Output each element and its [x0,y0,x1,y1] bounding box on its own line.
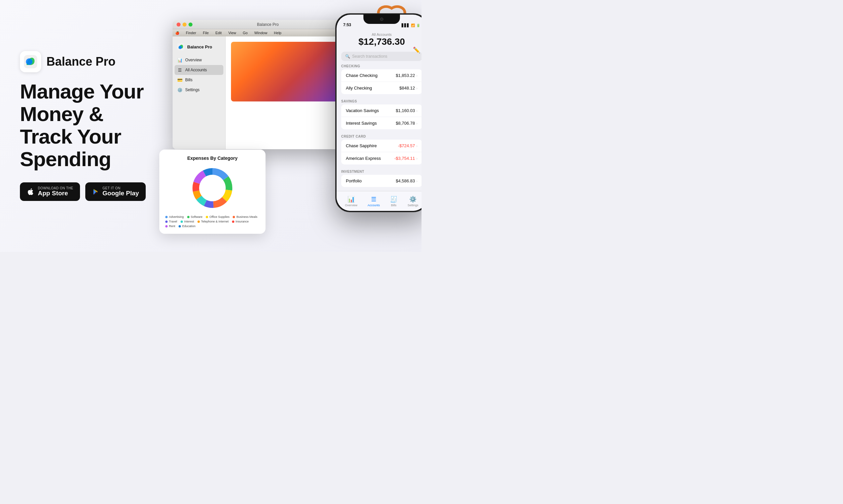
mac-sidebar: Balance Pro 📊 Overview ☰ All Accounts 💳 … [173,36,226,149]
mac-nav-overview-label: Overview [185,58,202,62]
legend-education: Education [178,224,195,228]
menu-help[interactable]: Help [274,31,281,35]
phone-header: All Accounts $12,736.30 [337,29,422,50]
apple-store-sub: Download on the [38,186,73,190]
phone-notch [363,15,400,24]
account-row-ally-checking[interactable]: Ally Checking $848.12 › [341,82,422,94]
account-row-amex[interactable]: American Express -$3,754.11 › [341,152,422,164]
settings-tab-label: Settings [408,203,418,207]
close-button[interactable] [176,22,180,26]
checking-group: Chase Checking $1,853.22 › Ally Checking… [341,69,422,94]
mac-nav-bills-label: Bills [185,77,192,82]
google-play-main: Google Play [103,190,139,197]
wifi-icon: 📶 [411,23,415,27]
mac-nav-settings[interactable]: ⚙️ Settings [173,85,225,95]
legend-insurance: Insurance [232,220,249,223]
chart-card: Expenses By Category [159,149,265,234]
account-row-interest-savings[interactable]: Interest Savings $8,706.78 › [341,117,422,129]
account-row-chase-checking[interactable]: Chase Checking $1,853.22 › [341,69,422,82]
search-icon: 🔍 [345,54,350,59]
google-play-button[interactable]: GET IT ON Google Play [85,182,146,201]
apple-menu[interactable]: 🍎 [175,31,179,35]
chart-legend: Advertising Software Office Supplies Bus… [165,215,260,228]
credit-card-group: Chase Sapphire -$724.57 › American Expre… [341,140,422,164]
fullscreen-button[interactable] [189,22,192,26]
legend-dot [178,225,181,228]
apple-store-text: Download on the App Store [38,186,73,197]
chase-sapphire-name: Chase Sapphire [346,143,377,148]
portfolio-amount: $4,586.83 › [396,178,417,183]
chevron-icon: › [416,109,417,113]
left-side: Balance Pro Manage Your Money & Track Yo… [0,31,159,221]
chase-checking-amount: $1,853.22 › [396,73,417,78]
bills-tab-icon: 🧾 [390,196,397,203]
brand-row: Balance Pro [20,51,146,72]
svg-point-26 [202,177,223,199]
svg-point-14 [178,46,182,49]
minimize-button[interactable] [183,22,187,26]
credit-card-section: CREDIT CARD Chase Sapphire -$724.57 › Am… [337,133,422,168]
tab-bills[interactable]: 🧾 Bills [390,196,397,207]
mac-nav-settings-label: Settings [185,88,200,92]
mac-content: Balance Pro 📊 Overview ☰ All Accounts 💳 … [173,36,345,149]
chase-checking-name: Chase Checking [346,73,377,78]
account-row-vacation-savings[interactable]: Vacation Savings $1,160.03 › [341,105,422,117]
vacation-savings-name: Vacation Savings [346,108,379,113]
legend-dot [232,220,234,223]
menu-view[interactable]: View [228,31,236,35]
accounts-tab-icon: ☰ [371,196,376,203]
portfolio-name: Portfolio [346,178,362,183]
menu-edit[interactable]: Edit [216,31,222,35]
tab-overview[interactable]: 📊 Overview [345,196,358,207]
savings-group: Vacation Savings $1,160.03 › Interest Sa… [341,105,422,129]
chevron-icon: › [416,74,417,77]
credit-card-label: CREDIT CARD [341,134,422,138]
phone-camera [380,18,383,21]
phone-header-label: All Accounts [342,33,422,36]
phone-search[interactable]: 🔍 Search transactions [341,52,422,61]
right-side: Balance Pro 🍎 Finder File Edit View Go W… [159,0,422,252]
menu-window[interactable]: Window [254,31,267,35]
edit-button[interactable]: ✏️ [413,47,420,54]
mac-nav-allaccounts[interactable]: ☰ All Accounts [175,65,223,75]
traffic-lights [176,22,192,26]
chart-title: Expenses By Category [165,156,260,161]
savings-section: SAVINGS Vacation Savings $1,160.03 › Int… [337,98,422,133]
interest-savings-name: Interest Savings [346,121,377,126]
menu-file[interactable]: File [203,31,209,35]
settings-tab-icon: ⚙️ [409,196,416,203]
legend-advertising: Advertising [165,215,184,218]
mac-nav-overview[interactable]: 📊 Overview [173,55,225,65]
legend-dot [197,220,200,223]
mac-nav-bills[interactable]: 💳 Bills [173,75,225,85]
vacation-savings-amount: $1,160.03 › [396,108,417,113]
svg-point-1 [26,58,33,65]
investment-section: INVESTMENT Portfolio $4,586.83 › [337,168,422,191]
legend-dot [165,220,168,223]
interest-savings-amount: $8,706.78 › [396,121,417,126]
chevron-icon: › [416,157,417,161]
legend-software: Software [187,215,203,218]
legend-dot [233,216,235,218]
legend-telephone: Telephone & Internet [197,220,229,223]
app-store-button[interactable]: Download on the App Store [20,182,80,201]
mac-gradient-bg [231,42,340,102]
investment-label: INVESTMENT [341,170,422,174]
menu-go[interactable]: Go [243,31,248,35]
legend-dot [165,216,168,218]
legend-office: Office Supplies [206,215,229,218]
ally-checking-amount: $848.12 › [399,86,417,91]
account-row-chase-sapphire[interactable]: Chase Sapphire -$724.57 › [341,140,422,152]
bills-icon: 💳 [177,77,183,83]
tab-accounts[interactable]: ☰ Accounts [368,196,380,207]
menu-finder[interactable]: Finder [186,31,196,35]
overview-tab-icon: 📊 [347,196,355,203]
search-placeholder: Search transactions [352,54,387,59]
chase-sapphire-amount: -$724.57 › [398,143,417,148]
phone-frame: 7:53 ▋▋▋ 📶 🔋 All Accounts $12,736.30 [335,13,422,212]
phone-content[interactable]: All Accounts $12,736.30 ✏️ 🔍 Search tran… [337,29,422,191]
account-row-portfolio[interactable]: Portfolio $4,586.83 › [341,175,422,187]
legend-rent: Rent [165,224,175,228]
tab-settings[interactable]: ⚙️ Settings [408,196,418,207]
phone-bottom-bar: 📊 Overview ☰ Accounts 🧾 Bills ⚙️ Setting… [337,191,422,211]
